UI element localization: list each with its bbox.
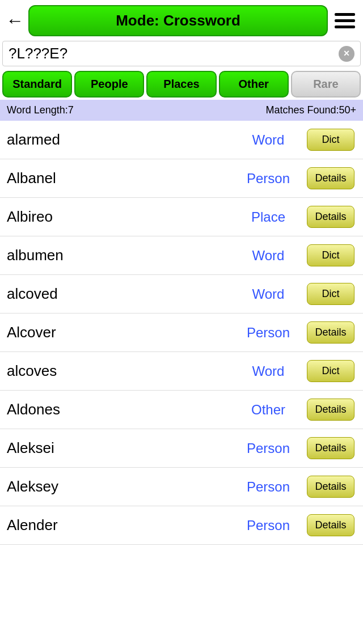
result-action-container: Dict	[305, 129, 356, 151]
table-row: alcovesWordDict	[0, 352, 363, 391]
filter-btn-standard[interactable]: Standard	[2, 71, 72, 98]
details-button[interactable]: Details	[307, 167, 354, 189]
filter-btn-people[interactable]: People	[74, 71, 144, 98]
result-word: alcoved	[7, 285, 231, 303]
result-type: Word	[231, 363, 305, 379]
filter-btn-rare[interactable]: Rare	[291, 71, 361, 98]
result-word: alcoves	[7, 362, 231, 380]
result-action-container: Details	[305, 167, 356, 189]
details-button[interactable]: Details	[307, 437, 354, 459]
result-type: Word	[231, 248, 305, 264]
table-row: alcovedWordDict	[0, 275, 363, 313]
menu-button[interactable]	[332, 11, 357, 31]
word-length-label: Word Length:7	[7, 104, 74, 116]
table-row: AlenderPersonDetails	[0, 506, 363, 545]
search-input[interactable]	[9, 45, 339, 62]
dict-button[interactable]: Dict	[307, 360, 354, 382]
result-type: Word	[231, 132, 305, 148]
results-list: alarmedWordDictAlbanelPersonDetailsAlbir…	[0, 121, 363, 545]
result-action-container: Dict	[305, 244, 356, 266]
table-row: alarmedWordDict	[0, 121, 363, 159]
result-word: albumen	[7, 247, 231, 264]
menu-line-3	[335, 26, 355, 28]
result-word: Alender	[7, 516, 231, 534]
menu-line-2	[335, 19, 355, 22]
result-word: Albireo	[7, 208, 231, 226]
result-action-container: Details	[305, 514, 356, 536]
result-type: Person	[231, 479, 305, 495]
result-action-container: Details	[305, 476, 356, 498]
details-button[interactable]: Details	[307, 321, 354, 344]
table-row: AlbanelPersonDetails	[0, 159, 363, 198]
result-action-container: Dict	[305, 283, 356, 305]
result-word: Aleksei	[7, 439, 231, 457]
table-row: albumenWordDict	[0, 236, 363, 275]
result-word: alarmed	[7, 131, 231, 149]
result-word: Albanel	[7, 170, 231, 187]
result-type: Place	[231, 209, 305, 225]
back-button[interactable]: ←	[6, 10, 24, 31]
table-row: AldonesOtherDetails	[0, 391, 363, 429]
table-row: AlbireoPlaceDetails	[0, 198, 363, 236]
filter-btn-other[interactable]: Other	[219, 71, 289, 98]
table-row: AlekseyPersonDetails	[0, 468, 363, 506]
clear-button[interactable]: ×	[339, 46, 354, 62]
details-button[interactable]: Details	[307, 206, 354, 228]
details-button[interactable]: Details	[307, 514, 354, 536]
search-bar: ×	[2, 41, 361, 66]
details-button[interactable]: Details	[307, 476, 354, 498]
result-action-container: Dict	[305, 360, 356, 382]
result-word: Aleksey	[7, 478, 231, 495]
details-button[interactable]: Details	[307, 399, 354, 421]
result-action-container: Details	[305, 206, 356, 228]
header: ← Mode: Crossword	[0, 0, 363, 41]
result-type: Person	[231, 518, 305, 533]
dict-button[interactable]: Dict	[307, 244, 354, 266]
result-action-container: Details	[305, 321, 356, 344]
result-word: Aldones	[7, 401, 231, 418]
dict-button[interactable]: Dict	[307, 283, 354, 305]
menu-line-1	[335, 13, 355, 16]
result-type: Word	[231, 286, 305, 302]
result-word: Alcover	[7, 324, 231, 341]
matches-label: Matches Found:50+	[265, 104, 356, 116]
result-action-container: Details	[305, 437, 356, 459]
dict-button[interactable]: Dict	[307, 129, 354, 151]
table-row: AlekseiPersonDetails	[0, 429, 363, 468]
mode-button[interactable]: Mode: Crossword	[28, 5, 328, 36]
result-type: Person	[231, 325, 305, 341]
result-type: Person	[231, 171, 305, 187]
filter-btn-places[interactable]: Places	[146, 71, 216, 98]
result-type: Other	[231, 402, 305, 418]
result-type: Person	[231, 440, 305, 456]
result-action-container: Details	[305, 399, 356, 421]
filter-bar: StandardPeoplePlacesOtherRare	[0, 69, 363, 100]
table-row: AlcoverPersonDetails	[0, 313, 363, 352]
stats-bar: Word Length:7 Matches Found:50+	[0, 100, 363, 121]
